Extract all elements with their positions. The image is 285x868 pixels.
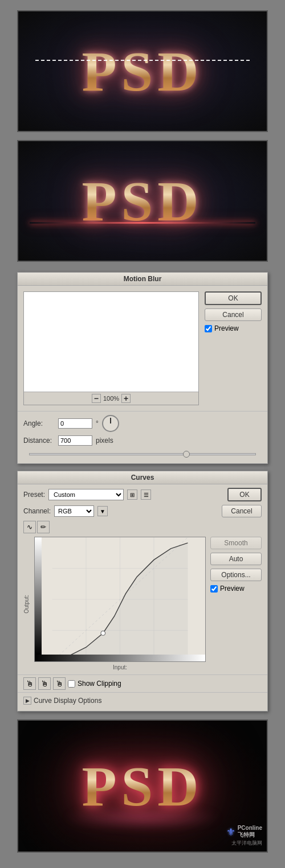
curves-right-panel: Smooth Auto Options... Preview bbox=[210, 537, 262, 671]
pencil-tool-btn[interactable]: ✏ bbox=[37, 521, 50, 533]
panel-2: PSD bbox=[17, 140, 268, 262]
distance-input[interactable]: 700 bbox=[58, 435, 92, 446]
output-wrapper: Output: bbox=[23, 537, 30, 671]
curve-display-btn[interactable]: ▶ Curve Display Options bbox=[23, 695, 262, 706]
input-gradient-bar bbox=[35, 655, 205, 661]
channel-row: Channel: RGB ▼ Cancel bbox=[18, 505, 267, 517]
gray-eyedropper-btn[interactable]: 🖱 bbox=[38, 677, 51, 690]
psd-text-3: PSD bbox=[82, 754, 203, 819]
curves-preview-checkbox[interactable] bbox=[210, 585, 218, 593]
panel-3: PSD ⚜ PConline 飞特网 太平洋电脑网 bbox=[17, 719, 268, 853]
input-label-area: Input: bbox=[34, 663, 206, 671]
expand-arrow-icon[interactable]: ▶ bbox=[23, 697, 31, 705]
angle-input[interactable]: 0 bbox=[58, 418, 92, 429]
curves-svg bbox=[35, 537, 205, 661]
motion-blur-dialog: Motion Blur − 100% + OK Cancel Preview A… bbox=[17, 272, 268, 464]
preview-label: Preview bbox=[214, 324, 239, 332]
curves-cancel-btn[interactable]: Cancel bbox=[222, 505, 262, 517]
zoom-level: 100% bbox=[103, 395, 119, 402]
zoom-plus-btn[interactable]: + bbox=[121, 394, 131, 403]
curve-tool-btn[interactable]: ∿ bbox=[23, 521, 36, 533]
preview-section: − 100% + bbox=[23, 291, 199, 405]
angle-unit: ° bbox=[96, 419, 99, 427]
channel-dropdown-icon[interactable]: ▼ bbox=[97, 506, 108, 516]
zoom-bar: − 100% + bbox=[24, 392, 198, 405]
tagline-label: 太平洋电脑网 bbox=[231, 840, 262, 847]
black-eyedropper-btn[interactable]: 🖱 bbox=[23, 677, 36, 690]
show-clipping-label: Show Clipping bbox=[78, 680, 121, 688]
psd-text-1: PSD bbox=[82, 39, 203, 104]
output-label: Output: bbox=[23, 595, 30, 614]
distance-slider[interactable] bbox=[29, 453, 256, 455]
curves-graph[interactable] bbox=[34, 537, 206, 662]
curves-options-icon[interactable]: ⊞ bbox=[127, 489, 137, 500]
ok-button[interactable]: OK bbox=[205, 291, 262, 305]
angle-row: Angle: 0 ° bbox=[23, 415, 262, 432]
preview-checkbox[interactable] bbox=[205, 325, 212, 332]
zoom-minus-btn[interactable]: − bbox=[92, 394, 101, 403]
distance-unit: pixels bbox=[96, 437, 113, 445]
canvas-3: PSD ⚜ PConline 飞特网 太平洋电脑网 bbox=[18, 721, 267, 851]
panel-1: PSD bbox=[17, 10, 268, 132]
preset-label: Preset: bbox=[23, 491, 45, 499]
distance-row: Distance: 700 pixels bbox=[23, 435, 262, 446]
curves-top-bar: Preset: Custom ⊞ ☰ OK bbox=[18, 484, 267, 505]
logo-wings-icon: ⚜ bbox=[226, 826, 235, 838]
preview-checkbox-row: Preview bbox=[205, 324, 262, 332]
curves-preview-row: Preview bbox=[210, 585, 262, 593]
logo-text-group: PConline 飞特网 bbox=[238, 825, 262, 839]
preset-select[interactable]: Custom bbox=[48, 489, 124, 500]
dialog-controls: OK Cancel Preview bbox=[205, 291, 262, 405]
site1-label: PConline bbox=[238, 825, 262, 831]
dialog-body: − 100% + OK Cancel Preview bbox=[18, 286, 267, 411]
curves-ok-btn[interactable]: OK bbox=[227, 488, 262, 501]
auto-btn[interactable]: Auto bbox=[210, 553, 262, 565]
show-clipping-checkbox[interactable] bbox=[68, 680, 75, 688]
logo-row: ⚜ PConline 飞特网 bbox=[226, 825, 262, 839]
curves-dialog: Curves Preset: Custom ⊞ ☰ OK Channel: RG… bbox=[17, 471, 268, 711]
graph-area: Input: bbox=[34, 537, 206, 671]
curves-preview-label: Preview bbox=[220, 585, 245, 593]
curve-display-options: ▶ Curve Display Options bbox=[18, 692, 267, 711]
preview-area: − 100% + bbox=[23, 291, 199, 405]
canvas-2: PSD bbox=[18, 141, 267, 261]
cancel-button[interactable]: Cancel bbox=[205, 308, 262, 321]
corner-logo: ⚜ PConline 飞特网 太平洋电脑网 bbox=[226, 825, 262, 847]
canvas-1: PSD bbox=[18, 11, 267, 131]
channel-label: Channel: bbox=[23, 507, 51, 515]
curves-main-area: Output: bbox=[18, 533, 267, 674]
options-btn[interactable]: Options... bbox=[210, 569, 262, 581]
curves-menu-icon[interactable]: ☰ bbox=[141, 489, 151, 500]
glow-line bbox=[30, 222, 255, 224]
selection-dashes bbox=[35, 60, 250, 61]
motion-blur-title: Motion Blur bbox=[18, 273, 267, 286]
dialog-fields: Angle: 0 ° Distance: 700 pixels bbox=[18, 411, 267, 463]
tool-icons: ∿ ✏ bbox=[23, 521, 262, 533]
input-label: Input: bbox=[113, 664, 127, 670]
angle-label: Angle: bbox=[23, 419, 55, 427]
tool-row: ∿ ✏ bbox=[18, 521, 267, 533]
distance-label: Distance: bbox=[23, 437, 55, 445]
white-eyedropper-btn[interactable]: 🖱 bbox=[53, 677, 66, 690]
channel-select[interactable]: RGB bbox=[54, 505, 94, 517]
site2-label: 飞特网 bbox=[238, 831, 262, 839]
curve-display-label: Curve Display Options bbox=[34, 697, 101, 705]
curves-title: Curves bbox=[18, 471, 267, 484]
smooth-btn[interactable]: Smooth bbox=[210, 537, 262, 549]
angle-dial[interactable] bbox=[102, 415, 119, 432]
svg-point-7 bbox=[101, 631, 105, 635]
psd-text-2: PSD bbox=[82, 168, 203, 234]
eyedropper-row: 🖱 🖱 🖱 Show Clipping bbox=[18, 674, 267, 692]
preview-canvas bbox=[24, 292, 198, 392]
output-gradient-bar bbox=[35, 537, 42, 655]
